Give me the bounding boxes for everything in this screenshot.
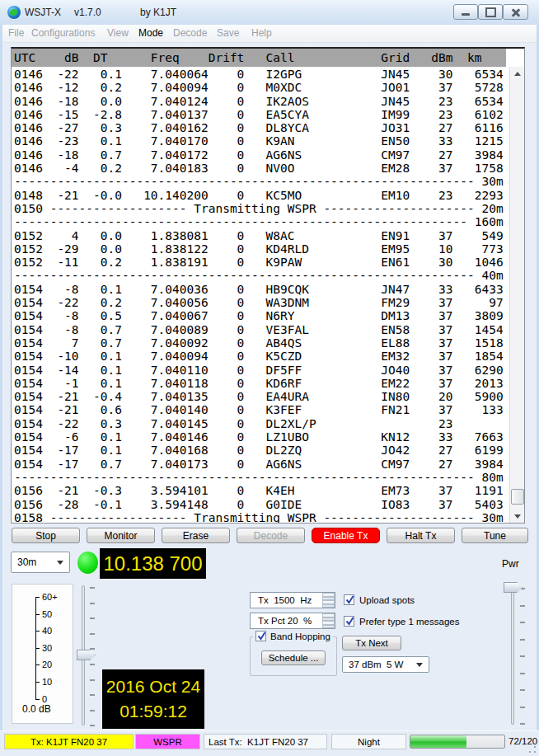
transmitting-row: 0150 ------------------- Transmitting WS… <box>14 202 510 215</box>
menu-help[interactable]: Help <box>251 27 272 39</box>
status-last-tx: Last Tx: K1JT FN20 37 <box>204 734 327 749</box>
title-bar: WSJT-X v1.7.0 by K1JT <box>0 0 539 26</box>
tune-button[interactable]: Tune <box>462 528 528 543</box>
menu-decode[interactable]: Decode <box>173 27 207 39</box>
slider-tick <box>520 689 525 691</box>
pwr-slider[interactable] <box>511 583 514 725</box>
decode-row: 0154 -8 0.1 7.040036 0 HB9CQK JN47 33 64… <box>14 283 510 296</box>
band-select[interactable]: 30m <box>11 552 70 573</box>
tx-freq-spin-down[interactable] <box>322 600 335 608</box>
app-globe-icon <box>7 6 21 19</box>
signal-meter: 60+50403020100 0.0 dB <box>12 584 73 724</box>
clock-date: 2016 Oct 24 <box>106 674 200 699</box>
tx-next-button[interactable]: Tx Next <box>342 636 401 650</box>
decode-table: UTC dB DT Freq Drift Call Grid dBm km 01… <box>11 47 525 524</box>
prefer-type1-label: Prefer type 1 messages <box>359 617 459 627</box>
stop-button[interactable]: Stop <box>12 528 80 543</box>
upload-spots-row: Upload spots <box>344 594 415 605</box>
decode-row: 0156 -28 -0.1 3.594148 0 G0IDE IO83 37 5… <box>14 498 510 511</box>
tx-pct-value: Tx Pct 20 % <box>258 616 312 626</box>
minimize-button[interactable] <box>453 4 478 20</box>
decode-row: 0154 -14 0.1 7.040110 0 DF5FF JO40 37 62… <box>14 364 510 377</box>
decode-row: 0154 -21 0.6 7.040140 0 K3FEF FN21 37 13… <box>14 403 510 416</box>
decode-row: 0146 -15 -2.8 7.040137 0 EA5CYA IM99 23 … <box>14 108 510 121</box>
decode-row: 0152 4 0.0 1.838081 0 W8AC EN91 37 549 <box>14 229 510 242</box>
close-icon <box>512 8 520 16</box>
close-button[interactable] <box>503 4 528 20</box>
spin-down-icon <box>323 603 334 605</box>
decode-row: 0154 -6 0.1 7.040146 0 LZ1UBO KN12 33 76… <box>14 430 510 444</box>
meter-tick-label: 50 <box>42 609 52 619</box>
prefer-type1-row: Prefer type 1 messages <box>344 616 459 627</box>
pwr-slider-thumb[interactable] <box>504 582 523 593</box>
tx-pct-spin-down[interactable] <box>322 621 335 628</box>
tx-freq-spin-up[interactable] <box>322 593 335 600</box>
meter-tick <box>35 699 40 700</box>
meter-tick-label: 60+ <box>42 592 58 602</box>
band-hopping-label: Band Hopping <box>270 632 330 641</box>
meter-tick-label: 0 <box>42 694 47 704</box>
decode-row: 0152 -11 0.2 1.838191 0 K9PAW EN61 30 10… <box>14 256 510 269</box>
slider-tick <box>520 673 525 674</box>
band-separator-row: ----------------------------------------… <box>14 269 510 282</box>
spin-down-icon <box>323 624 334 626</box>
audio-gain-slider-thumb[interactable] <box>77 650 96 660</box>
window-title-version: v1.7.0 <box>74 7 101 18</box>
band-separator-row: ----------------------------------------… <box>14 471 510 484</box>
band-hopping-checkbox[interactable] <box>255 631 266 641</box>
arrow-up-icon <box>514 72 521 76</box>
maximize-button[interactable] <box>478 4 503 20</box>
table-scrollbar[interactable] <box>509 67 524 523</box>
status-tx-message: Tx: K1JT FN20 37 <box>4 734 134 749</box>
band-separator-row: ----------------------------------------… <box>14 215 510 228</box>
meter-tick-label: 40 <box>42 626 52 636</box>
schedule-button[interactable]: Schedule ... <box>261 650 326 665</box>
chevron-down-icon <box>416 663 423 667</box>
menu-configurations[interactable]: Configurations <box>31 27 95 39</box>
status-bar: Tx: K1JT FN20 37 WSPR Last Tx: K1JT FN20… <box>0 730 539 756</box>
window-frame-left <box>0 25 2 756</box>
menu-save[interactable]: Save <box>217 27 239 39</box>
scroll-down-button[interactable] <box>510 509 524 523</box>
menu-view[interactable]: View <box>107 27 129 39</box>
decode-row: 0146 -4 0.2 7.040183 0 NV0O EM28 37 1758 <box>14 162 510 175</box>
tx-pct-spin-up[interactable] <box>322 613 335 621</box>
meter-tick <box>35 597 40 598</box>
decode-row: 0152 -29 0.0 1.838122 0 KD4RLD EM95 10 7… <box>14 242 510 256</box>
spin-up-icon <box>323 596 334 598</box>
menu-file[interactable]: File <box>8 27 24 39</box>
halt-tx-button[interactable]: Halt Tx <box>387 528 455 543</box>
decode-row: 0146 -27 0.3 7.040162 0 DL8YCA JO31 27 6… <box>14 121 510 134</box>
decode-row: 0154 7 0.7 7.040092 0 AB4QS EL88 37 1518 <box>14 336 510 350</box>
erase-button[interactable]: Erase <box>162 528 230 543</box>
meter-tick <box>35 664 40 665</box>
tx-pct-spinbox[interactable]: Tx Pct 20 % <box>250 613 335 629</box>
decode-row: 0154 -10 0.1 7.040094 0 K5CZD EM32 37 18… <box>14 350 510 363</box>
scrollbar-thumb[interactable] <box>511 489 524 505</box>
slider-tick <box>90 587 95 589</box>
tx-freq-spinbox[interactable]: Tx 1500 Hz <box>250 592 335 608</box>
decode-row: 0156 -21 -0.3 3.594101 0 K4EH EM73 37 11… <box>14 484 510 497</box>
slider-tick <box>90 694 95 696</box>
meter-tick <box>35 648 40 649</box>
power-select-value: 37 dBm 5 W <box>349 660 403 669</box>
arrow-down-icon <box>514 514 521 519</box>
enable-tx-button[interactable]: Enable Tx <box>312 528 380 543</box>
slider-tick <box>520 605 525 607</box>
decode-button[interactable]: Decode <box>237 528 305 543</box>
slider-tick <box>90 725 95 726</box>
slider-tick <box>520 622 525 623</box>
monitor-button[interactable]: Monitor <box>87 528 155 543</box>
window-title-app: WSJT-X <box>25 7 61 18</box>
decode-row: 0154 -8 0.5 7.040067 0 N6RY DM13 37 3809 <box>14 309 510 322</box>
menu-mode[interactable]: Mode <box>138 27 163 39</box>
scroll-up-button[interactable] <box>510 67 524 80</box>
spin-up-icon <box>323 617 334 618</box>
resize-grip[interactable] <box>528 745 537 754</box>
prefer-type1-checkbox[interactable] <box>344 616 354 627</box>
upload-spots-checkbox[interactable] <box>344 594 354 605</box>
decode-row: 0154 -1 0.1 7.040118 0 KD6RF EM22 37 201… <box>14 377 510 390</box>
frequency-display: 10.138 700 <box>100 548 206 579</box>
power-select[interactable]: 37 dBm 5 W <box>342 656 429 673</box>
clock-time: 01:59:12 <box>120 699 187 724</box>
